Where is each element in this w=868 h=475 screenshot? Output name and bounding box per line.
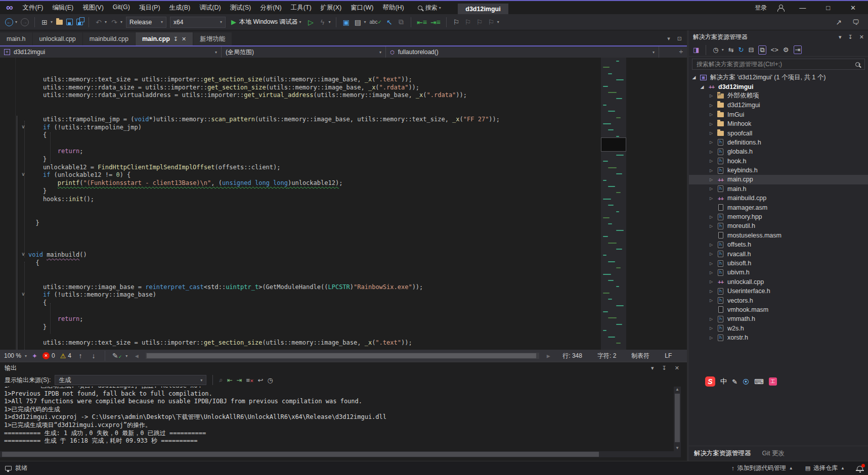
tree-item-ubisoft.h[interactable]: ▷hubisoft.h [689,259,868,268]
menu-item[interactable]: 窗口(W) [346,2,378,14]
window-position-icon[interactable]: ▾ [839,34,842,40]
code-line[interactable]: utils::trampoline_jmp = (void*)utils::me… [28,116,500,124]
menu-item[interactable]: 视图(V) [78,2,108,14]
document-tab-unlockall.cpp[interactable]: unlockall.cpp [33,32,82,45]
tree-item-main.h[interactable]: ▷hmain.h [689,184,868,194]
expand-arrow-icon[interactable]: ▷ [708,93,714,98]
notifications-button[interactable] [857,466,863,471]
code-editor[interactable]: ∨∨∨∨ utils::memory::text_size = utils::i… [0,58,687,350]
spell-check-button[interactable]: abc✓ [369,19,382,25]
account-icon[interactable] [777,5,784,11]
code-line[interactable]: } [28,187,500,196]
pending-changes-filter-icon[interactable]: ◷ [713,46,718,54]
close-icon[interactable]: ✕ [859,34,864,40]
output-horizontal-scrollbar[interactable] [0,451,681,457]
code-line[interactable] [28,139,500,148]
expand-arrow-icon[interactable]: ◢ [691,75,697,80]
redo-button[interactable]: ↷ [110,18,118,26]
scrollbar-viewport-indicator[interactable] [601,137,626,152]
find-message-icon[interactable]: ⌕ [219,376,223,384]
function-dropdown[interactable]: ⬡ fullautoreload() ▾ [386,46,659,58]
feedback-icon[interactable]: 🗨 [852,18,860,26]
copy-line-button[interactable]: ⧉ [397,18,405,26]
fold-collapse-icon[interactable]: ∨ [20,251,26,257]
warning-count[interactable]: ⚠ 4 [60,352,71,360]
expand-arrow-icon[interactable]: ▷ [708,326,714,330]
profiler-button[interactable]: ϟ [318,18,326,26]
collapse-all-icon[interactable]: ⊟ [748,46,754,54]
tree-item-solution-root[interactable]: ◢▦解决方案 'd3d12imgui' (1 个项目, 共 1 个) [689,73,868,82]
chevron-down-icon[interactable]: ▾ [25,354,27,358]
cursor-line-indicator[interactable]: 行: 348 [557,352,587,360]
code-line[interactable] [28,211,500,219]
preview-selected-items-icon[interactable]: ⇥ [794,45,802,54]
code-line[interactable] [28,235,500,244]
output-log[interactable]: 1>------- 已启动生成: 项目: d3d12imgui, 配置: Rel… [0,387,673,449]
code-line[interactable] [28,100,500,108]
properties-icon[interactable]: ⚙ [783,46,789,54]
tree-item-memory.hpp[interactable]: ▷hmemory.hpp [689,212,868,221]
tree-item-offsets.h[interactable]: ▷hoffsets.h [689,240,868,249]
code-cleanup-button[interactable]: ✎✓ [112,352,122,360]
code-line[interactable] [28,68,500,76]
tree-item-vmmath.h[interactable]: ▷hvmmath.h [689,314,868,323]
code-line[interactable] [28,227,500,235]
menu-item[interactable]: 扩展(X) [316,2,346,14]
next-bookmark-button[interactable]: ⚐ [475,18,484,26]
chevron-down-icon[interactable]: ▾ [125,354,127,358]
expand-arrow-icon[interactable]: ▷ [708,298,714,303]
chevron-down-icon[interactable]: ▾ [15,20,17,24]
code-line[interactable]: { [28,131,500,139]
tree-item-vectors.h[interactable]: ▷hvectors.h [689,296,868,305]
code-line[interactable]: return; [28,148,500,156]
platform-dropdown[interactable]: x64 ▾ [170,17,226,28]
tree-item-mostuseless.masm[interactable]: mostuseless.masm [689,231,868,240]
toolbar-overflow-button[interactable]: ▾ [497,20,499,24]
expand-arrow-icon[interactable]: ▷ [708,224,714,228]
new-project-button[interactable]: ⊞ [40,18,49,26]
pin-icon[interactable]: ↧ [662,365,667,371]
output-vscrollbar-thumb[interactable] [675,394,680,442]
expand-arrow-icon[interactable]: ▷ [708,261,714,266]
expand-arrow-icon[interactable]: ▷ [708,140,714,145]
expand-arrow-icon[interactable]: ▷ [708,103,714,108]
show-all-files-icon[interactable]: <> [771,46,778,54]
fold-collapse-icon[interactable]: ∨ [20,124,26,129]
tree-item-definitions.h[interactable]: ▷hdefinitions.h [689,138,868,147]
search-box[interactable]: 搜索 ▾ [418,4,441,12]
solution-explorer-search[interactable]: 搜索解决方案资源管理器(Ctrl+;) ▾ [692,59,865,70]
active-files-dropdown-icon[interactable]: ▾ [667,35,670,42]
tree-item-unlockall.cpp[interactable]: ▷++unlockall.cpp [689,277,868,287]
menu-item[interactable]: 测试(S) [226,2,256,14]
tree-item-spoofcall[interactable]: ▷spoofcall [689,128,868,137]
scroll-down-arrow[interactable]: ▼ [674,445,681,451]
ime-keyboard-icon[interactable]: ⌨ [754,378,764,386]
menu-item[interactable]: Git(G) [108,2,135,14]
find-in-files-button[interactable]: ▣ [342,18,350,26]
code-line[interactable]: hooks::init(); [28,196,500,204]
output-hscrollbar-thumb[interactable] [2,452,599,457]
chevron-down-icon[interactable]: ▾ [51,20,53,24]
indent-increase-button[interactable]: ⇥≡ [430,18,441,26]
chevron-down-icon[interactable]: ▾ [722,48,724,52]
code-line[interactable]: if (!utils::trampoline_jmp) [28,124,500,132]
code-health-icon[interactable]: ✦ [32,352,37,360]
document-tab-main.h[interactable]: main.h [0,32,32,45]
tree-item-Userinterface.h[interactable]: ▷hUserinterface.h [689,287,868,296]
code-line[interactable] [28,204,500,212]
navigate-back-button[interactable]: ← [5,18,13,26]
code-line[interactable]: printf("(Funktionsstart - client13Base)\… [28,179,500,187]
next-issue-button[interactable]: ↓ [90,352,98,360]
select-repository-button[interactable]: ▤ 选择仓库 ▲ [805,464,845,472]
ime-toolbox-icon[interactable]: 工 [769,377,777,386]
sogou-input-icon[interactable]: S [705,376,715,387]
minimize-button[interactable]: — [794,4,811,12]
horizontal-scrollbar[interactable] [146,353,539,359]
code-line[interactable]: utils::memory::image_base = reinterpret_… [28,283,500,292]
menu-item[interactable]: 生成(B) [165,2,195,14]
expand-arrow-icon[interactable]: ▷ [708,289,714,294]
pin-tab-icon[interactable]: ↧ [173,36,178,42]
close-icon[interactable]: ✕ [675,365,679,371]
tab-options-icon[interactable]: ⊡ [677,35,682,42]
show-timestamp-icon[interactable]: ◷ [267,376,273,384]
